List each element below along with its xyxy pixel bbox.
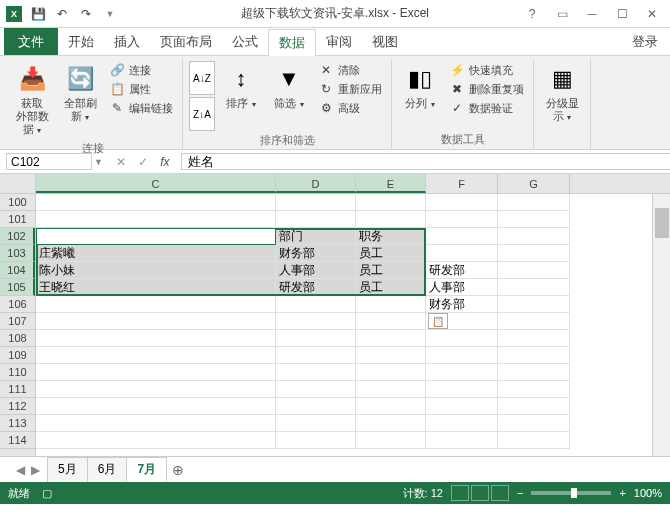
- cell-C103[interactable]: 庄紫曦: [36, 245, 276, 262]
- ribbon-清除[interactable]: ✕清除: [315, 61, 385, 79]
- ribbon-筛选[interactable]: ▼筛选 ▾: [267, 61, 311, 112]
- row-header-110[interactable]: 110: [0, 364, 35, 381]
- formula-input[interactable]: 姓名: [181, 153, 670, 170]
- cell-F113[interactable]: [426, 415, 498, 432]
- cell-E112[interactable]: [356, 398, 426, 415]
- cell-C114[interactable]: [36, 432, 276, 449]
- save-icon[interactable]: 💾: [28, 4, 48, 24]
- sheet-nav-next-icon[interactable]: ▶: [31, 463, 40, 477]
- row-header-104[interactable]: 104: [0, 262, 35, 279]
- cell-C104[interactable]: 陈小妹: [36, 262, 276, 279]
- ribbon-快速填充[interactable]: ⚡快速填充: [446, 61, 527, 79]
- zoom-in-icon[interactable]: +: [619, 487, 625, 499]
- cell-F114[interactable]: [426, 432, 498, 449]
- col-header-C[interactable]: C: [36, 174, 276, 193]
- menu-插入[interactable]: 插入: [104, 28, 150, 55]
- row-header-109[interactable]: 109: [0, 347, 35, 364]
- row-header-114[interactable]: 114: [0, 432, 35, 449]
- cell-D103[interactable]: 财务部: [276, 245, 356, 262]
- cell-G111[interactable]: [498, 381, 570, 398]
- ribbon-排序[interactable]: ↕排序 ▾: [219, 61, 263, 112]
- accept-formula-icon[interactable]: ✓: [133, 153, 153, 171]
- cell-G109[interactable]: [498, 347, 570, 364]
- cell-G108[interactable]: [498, 330, 570, 347]
- cell-G110[interactable]: [498, 364, 570, 381]
- row-header-103[interactable]: 103: [0, 245, 35, 262]
- cell-C101[interactable]: [36, 211, 276, 228]
- ribbon-属性[interactable]: 📋属性: [106, 80, 176, 98]
- cell-G103[interactable]: [498, 245, 570, 262]
- macro-record-icon[interactable]: ▢: [42, 487, 52, 500]
- ribbon-删除重复项[interactable]: ✖删除重复项: [446, 80, 527, 98]
- sort-za-button[interactable]: Z↓A: [189, 97, 215, 131]
- cell-C109[interactable]: [36, 347, 276, 364]
- cell-D111[interactable]: [276, 381, 356, 398]
- menu-开始[interactable]: 开始: [58, 28, 104, 55]
- cell-F112[interactable]: [426, 398, 498, 415]
- name-box-dropdown-icon[interactable]: ▼: [92, 157, 105, 167]
- undo-icon[interactable]: ↶: [52, 4, 72, 24]
- cell-E110[interactable]: [356, 364, 426, 381]
- cell-C111[interactable]: [36, 381, 276, 398]
- cell-C108[interactable]: [36, 330, 276, 347]
- select-all-corner[interactable]: [0, 174, 36, 194]
- cell-G113[interactable]: [498, 415, 570, 432]
- cell-G107[interactable]: [498, 313, 570, 330]
- col-header-E[interactable]: E: [356, 174, 426, 193]
- cell-C105[interactable]: 王晓红: [36, 279, 276, 296]
- fx-icon[interactable]: fx: [155, 153, 175, 171]
- view-page-break-icon[interactable]: [491, 485, 509, 501]
- ribbon-编辑链接[interactable]: ✎编辑链接: [106, 99, 176, 117]
- cell-E108[interactable]: [356, 330, 426, 347]
- name-box[interactable]: C102: [6, 153, 92, 170]
- row-header-113[interactable]: 113: [0, 415, 35, 432]
- menu-数据[interactable]: 数据: [268, 29, 316, 56]
- col-header-D[interactable]: D: [276, 174, 356, 193]
- cell-G105[interactable]: [498, 279, 570, 296]
- col-header-G[interactable]: G: [498, 174, 570, 193]
- cell-E102[interactable]: 职务: [356, 228, 426, 245]
- cell-D110[interactable]: [276, 364, 356, 381]
- cell-G102[interactable]: [498, 228, 570, 245]
- cell-G104[interactable]: [498, 262, 570, 279]
- col-header-F[interactable]: F: [426, 174, 498, 193]
- ribbon-分列[interactable]: ▮▯分列 ▾: [398, 61, 442, 112]
- cell-D102[interactable]: 部门: [276, 228, 356, 245]
- view-page-layout-icon[interactable]: [471, 485, 489, 501]
- view-normal-icon[interactable]: [451, 485, 469, 501]
- cell-D105[interactable]: 研发部: [276, 279, 356, 296]
- cell-C106[interactable]: [36, 296, 276, 313]
- cell-E109[interactable]: [356, 347, 426, 364]
- row-header-106[interactable]: 106: [0, 296, 35, 313]
- cell-G112[interactable]: [498, 398, 570, 415]
- cell-F110[interactable]: [426, 364, 498, 381]
- cell-E101[interactable]: [356, 211, 426, 228]
- row-header-108[interactable]: 108: [0, 330, 35, 347]
- menu-页面布局[interactable]: 页面布局: [150, 28, 222, 55]
- cell-C113[interactable]: [36, 415, 276, 432]
- cell-C107[interactable]: [36, 313, 276, 330]
- zoom-level[interactable]: 100%: [634, 487, 662, 499]
- cell-F103[interactable]: [426, 245, 498, 262]
- paste-options-button[interactable]: 📋: [428, 313, 448, 329]
- zoom-slider[interactable]: [531, 491, 611, 495]
- cell-F104[interactable]: 研发部: [426, 262, 498, 279]
- sheet-tab-5月[interactable]: 5月: [47, 457, 88, 482]
- menu-file[interactable]: 文件: [4, 28, 58, 55]
- cell-E100[interactable]: [356, 194, 426, 211]
- ribbon-全部刷新[interactable]: 🔄全部刷新 ▾: [58, 61, 102, 125]
- cell-C102[interactable]: 姓名: [36, 228, 276, 245]
- add-sheet-button[interactable]: ⊕: [167, 461, 189, 479]
- cell-D107[interactable]: [276, 313, 356, 330]
- cell-F108[interactable]: [426, 330, 498, 347]
- ribbon-重新应用[interactable]: ↻重新应用: [315, 80, 385, 98]
- cell-E104[interactable]: 员工: [356, 262, 426, 279]
- cell-D112[interactable]: [276, 398, 356, 415]
- cell-F106[interactable]: 财务部: [426, 296, 498, 313]
- sheet-tab-7月[interactable]: 7月: [126, 457, 167, 482]
- cell-F101[interactable]: [426, 211, 498, 228]
- cell-D104[interactable]: 人事部: [276, 262, 356, 279]
- cell-C110[interactable]: [36, 364, 276, 381]
- close-icon[interactable]: ✕: [638, 4, 666, 24]
- zoom-out-icon[interactable]: −: [517, 487, 523, 499]
